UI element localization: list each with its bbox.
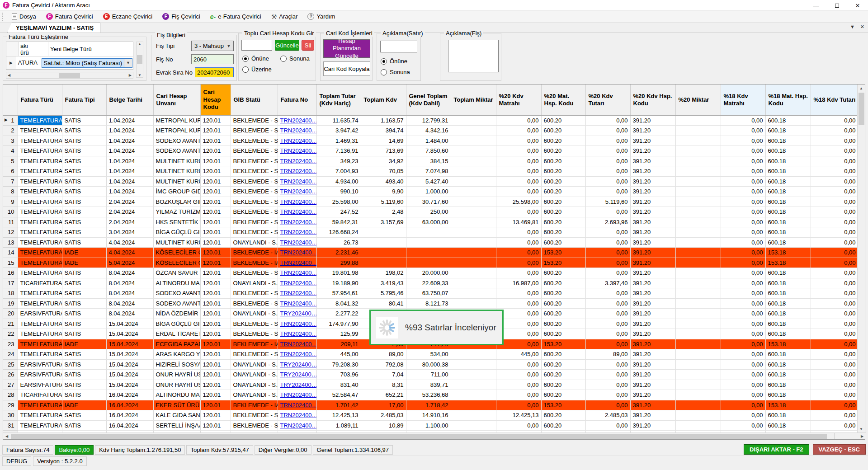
table-row[interactable]: 25EARSIVFATURASATIS15.04.2024HIZIRELİ SO…	[3, 359, 858, 370]
scroll-left-icon[interactable]: ◀	[3, 433, 10, 440]
column-header-mat18-hsp-kodu[interactable]: %18 Mat. Hsp. Kodu	[765, 85, 811, 115]
fis-no-input[interactable]	[191, 54, 234, 64]
fatura-no-link[interactable]: TRN202400…	[280, 178, 317, 185]
fatura-no-cell[interactable]: TRN202400…	[278, 288, 316, 299]
menu-eczane-cevirici[interactable]: E Eczane Çevirici	[99, 12, 157, 21]
scroll-right-icon[interactable]: ▶	[859, 433, 866, 440]
scrollbar-thumb[interactable]	[11, 434, 827, 439]
menu-fatura-cevirici[interactable]: F Fatura Çevirici	[42, 12, 97, 21]
table-row[interactable]: 15TEMELFATURAIADE5.04.2024KÖSELECİLER GI…	[3, 258, 858, 268]
eslestirme-vertical-scrollbar[interactable]: ▲ ▼	[136, 42, 143, 78]
column-header-kdv18-tutari[interactable]: %18 Kdv Tutarı	[811, 85, 858, 115]
tab-yesilmavi-satis[interactable]: YEŞİLMAVİ YAZILIM - SATIŞ	[7, 23, 100, 33]
fatura-no-cell[interactable]: TRN202400…	[278, 410, 316, 421]
fatura-no-link[interactable]: TRN202400…	[280, 198, 317, 205]
table-row[interactable]: 7TEMELFATURASATIS1.04.2024MULTINET KURU……	[3, 176, 858, 187]
fatura-no-link[interactable]: TRN202400…	[280, 391, 317, 398]
cari-kod-kopyala-button[interactable]: Cari Kod Kopyala	[323, 61, 370, 76]
table-row[interactable]: 18TEMELFATURASATIS8.04.2024SODEXO AVANT……	[3, 288, 858, 299]
fatura-no-link[interactable]: TRN202400…	[280, 127, 317, 134]
column-header-kdv18-matrahi[interactable]: %18 Kdv Matrahı	[721, 85, 765, 115]
table-row[interactable]: 31TEMELFATURASATIS16.04.2024SERTELLİ İNŞ…	[3, 420, 858, 431]
row-number-cell[interactable]: 5	[3, 156, 18, 166]
scrollbar-thumb[interactable]	[859, 93, 864, 125]
fatura-no-link[interactable]: TRN202400…	[280, 188, 317, 195]
fatura-no-cell[interactable]: TRY202400…	[278, 370, 316, 380]
fatura-no-link[interactable]: TRN202400…	[280, 168, 317, 174]
table-row[interactable]: 29TEMELFATURAIADE16.04.2024EKER SÜT ÜRÜN…	[3, 400, 858, 410]
table-row[interactable]: 17TICARIFATURASATIS8.04.2024ALTINORDU MA…	[3, 278, 858, 288]
fatura-no-cell[interactable]: TRN202400…	[278, 227, 316, 238]
grid-vertical-scrollbar[interactable]: ▲ ▼	[857, 85, 865, 433]
fatura-no-cell[interactable]: TRN202400…	[278, 126, 316, 136]
fatura-no-link[interactable]: TRY202400…	[280, 381, 317, 388]
fatura-no-cell[interactable]: TRN202400…	[278, 237, 316, 248]
column-header-toplam-miktar[interactable]: Toplam Miktar	[451, 85, 496, 115]
scroll-left-icon[interactable]: ◀	[8, 73, 10, 77]
fatura-no-cell[interactable]: TRN202400…	[278, 278, 316, 288]
table-row[interactable]: 13TEMELFATURASATIS4.04.2024MULTINET KURU…	[3, 237, 858, 248]
fatura-no-cell[interactable]: TRN202400…	[278, 298, 316, 309]
menu-fis-cevirici[interactable]: F Fiş Çevirici	[158, 12, 204, 21]
fatura-no-link[interactable]: TRN202400…	[280, 422, 317, 429]
table-row[interactable]: 8TEMELFATURASATIS1.04.2024İMC GROUP GID……	[3, 187, 858, 197]
table-row[interactable]: 12TEMELFATURASATIS3.04.2024BİGA GÜÇLÜ GI…	[3, 227, 858, 238]
fatura-no-cell[interactable]: TRN202400…	[278, 400, 316, 410]
fatura-no-link[interactable]: TRN202400…	[280, 229, 317, 235]
fatura-no-link[interactable]: TRN202400…	[280, 147, 317, 154]
row-number-cell[interactable]: 7	[3, 176, 18, 187]
scroll-right-icon[interactable]: ▶	[129, 73, 132, 77]
row-number-cell[interactable]: 14	[3, 248, 18, 258]
chevron-down-icon[interactable]: ▼	[225, 43, 232, 48]
fatura-no-link[interactable]: TRY202400…	[280, 371, 317, 378]
table-row[interactable]: 4TEMELFATURASATIS1.04.2024SODEXO AVANT…1…	[3, 146, 858, 156]
fatura-no-link[interactable]: TRN202400…	[280, 351, 317, 357]
fatura-no-cell[interactable]: TRN202400…	[278, 115, 316, 126]
fatura-no-cell[interactable]: TRN202400…	[278, 146, 316, 156]
table-row[interactable]: 19TEMELFATURASATIS8.04.2024SODEXO AVANT……	[3, 298, 858, 309]
fatura-no-cell[interactable]: TRN202400…	[278, 349, 316, 360]
row-number-cell[interactable]: 29	[3, 400, 18, 410]
row-number-cell[interactable]: 2	[3, 126, 18, 136]
close-button[interactable]: ✕	[847, 0, 868, 11]
row-number-cell[interactable]: 21	[3, 319, 18, 329]
fatura-no-link[interactable]: TRN202400…	[280, 259, 317, 266]
fatura-no-cell[interactable]: TRN202400…	[278, 248, 316, 258]
table-row[interactable]: 11TEMELFATURASATIS2.04.2024HKS SENTETİK …	[3, 217, 858, 227]
fatura-no-cell[interactable]: TRY202400…	[278, 380, 316, 390]
row-number-cell[interactable]: 13	[3, 237, 18, 248]
fatura-no-link[interactable]: TRN202400…	[280, 290, 317, 296]
column-header-row-number[interactable]	[3, 85, 18, 115]
column-header-kdv20-matrahi[interactable]: %20 Kdv Matrahı	[496, 85, 541, 115]
fatura-no-link[interactable]: TRN202400…	[280, 239, 317, 246]
fatura-no-cell[interactable]: TRY202400…	[278, 359, 316, 370]
table-row[interactable]: 9TEMELFATURASATIS2.04.2024BOZKUŞLAR GID……	[3, 197, 858, 207]
column-header-belge-tarihi[interactable]: Belge Tarihi	[106, 85, 153, 115]
column-header-toplam-kdv[interactable]: Toplam Kdv	[361, 85, 406, 115]
column-header-miktar-20[interactable]: %20 Miktar	[675, 85, 721, 115]
fis-tipi-combobox[interactable]: 3 - Mahsup ▼	[191, 41, 234, 51]
radio-satir-sonuna[interactable]: Sonuna	[381, 69, 410, 75]
scroll-up-icon[interactable]: ▲	[858, 85, 865, 92]
fatura-no-cell[interactable]: TRN202400…	[278, 339, 316, 349]
row-number-cell[interactable]: 9	[3, 197, 18, 207]
disari-aktar-button[interactable]: DIŞARI AKTAR - F2	[744, 444, 809, 455]
eslestirme-row[interactable]: ▶ ATURA Sat.fat.: Mikro (Satış Faturası)…	[6, 56, 133, 70]
radio-onune[interactable]: Önüne	[242, 55, 269, 62]
table-row[interactable]: 14TEMELFATURAIADE4.04.2024KÖSELECİLER GI…	[3, 248, 858, 258]
row-number-cell[interactable]: 8	[3, 187, 18, 197]
eslestirme-horizontal-scrollbar[interactable]: ◀ ▶	[6, 72, 133, 79]
column-header-fatura-turu[interactable]: Fatura Türü	[18, 85, 62, 115]
column-header-kdv20-tutari[interactable]: %20 Kdv Tutarı	[585, 85, 630, 115]
table-row[interactable]: 28TICARIFATURASATIS16.04.2024ALTINORDU M…	[3, 390, 858, 400]
row-number-cell[interactable]: 28	[3, 390, 18, 400]
radio-uzerine[interactable]: Üzerine	[242, 66, 272, 73]
fatura-no-link[interactable]: TRN202400…	[280, 269, 317, 276]
table-row[interactable]: ▶1TEMELFATURASATIS1.04.2024METROPAL KUR……	[3, 115, 858, 126]
fatura-no-cell[interactable]: TRN202400…	[278, 156, 316, 166]
table-row[interactable]: 10TEMELFATURASATIS2.04.2024YILMAZ TURİZM…	[3, 207, 858, 217]
fatura-no-cell[interactable]: TRN202400…	[278, 390, 316, 400]
row-number-cell[interactable]: 24	[3, 349, 18, 360]
row-number-cell[interactable]: 20	[3, 309, 18, 319]
scrollbar-thumb[interactable]	[137, 55, 142, 64]
